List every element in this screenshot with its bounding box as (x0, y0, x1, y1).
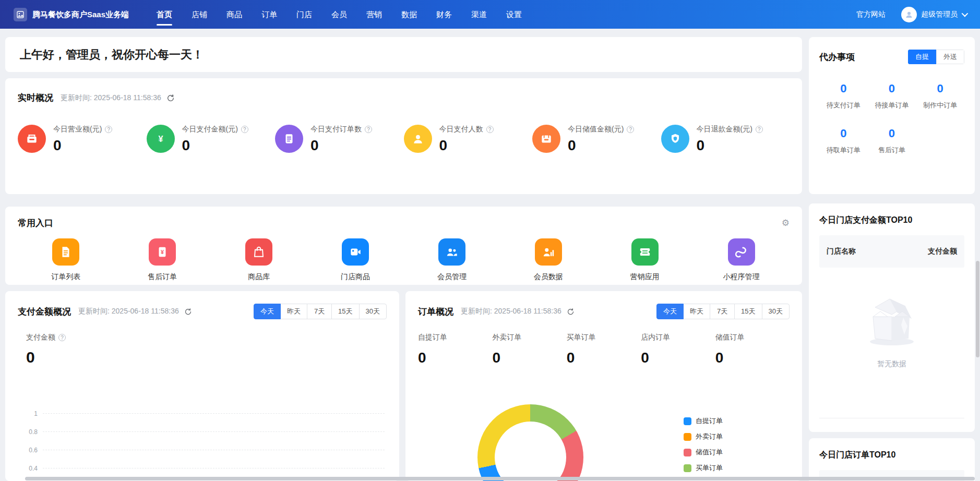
payment-title: 支付金额概况 (18, 306, 71, 318)
tab-7days[interactable]: 7天 (307, 304, 332, 319)
marketing-icon (631, 238, 659, 266)
entry-order-list[interactable]: 订单列表 (18, 238, 114, 282)
todo-panel: 代办事项 自提 外送 0 待支付订单 0 待接单订单 0 制作中订单 0 待取单… (809, 37, 975, 194)
refresh-icon[interactable] (567, 308, 575, 316)
toggle-delivery[interactable]: 外送 (936, 50, 964, 64)
payment-range-tabs: 今天 昨天 7天 15天 30天 (254, 304, 387, 319)
tab-30days[interactable]: 30天 (762, 304, 790, 319)
order-list-icon (52, 238, 79, 266)
refresh-icon[interactable] (184, 308, 192, 316)
realtime-overview-card: 实时概况 更新时间: 2025-06-18 11:58:36 今日营业额(元)?… (5, 78, 802, 194)
entry-shop-goods[interactable]: 门店商品 (307, 238, 404, 282)
top10-payment-card: 今日门店支付金额TOP10 门店名称 支付金额 暂无数据 (809, 203, 975, 432)
payment-update-time: 更新时间: 2025-06-18 11:58:36 (78, 307, 179, 316)
entry-goods-library[interactable]: 商品库 (211, 238, 307, 282)
help-icon[interactable]: ? (105, 126, 112, 133)
stat-value: 0 (568, 137, 634, 154)
todo-item-to-pickup: 0 待取单订单 (819, 127, 868, 155)
quick-entries-title: 常用入口 (18, 217, 53, 229)
y-tick: 0.4 (18, 465, 43, 472)
legend-item-stored[interactable]: 储值订单 (684, 448, 723, 457)
order-stat-pickup: 自提订单0 (418, 333, 492, 366)
nav-item-shops[interactable]: 门店 (296, 0, 312, 29)
nav-item-goods[interactable]: 商品 (226, 0, 242, 29)
y-tick: 1 (18, 410, 43, 417)
empty-text: 暂无数据 (877, 359, 906, 369)
app-logo (14, 8, 27, 21)
help-icon[interactable]: ? (486, 126, 494, 133)
entry-aftersale-orders[interactable]: ¥ 售后订单 (114, 238, 211, 282)
tab-15days[interactable]: 15天 (331, 304, 359, 319)
greeting-text: 上午好，管理员，祝你开心每一天！ (20, 47, 204, 63)
entry-member-manage[interactable]: 会员管理 (404, 238, 500, 282)
refresh-icon[interactable] (166, 94, 175, 102)
nav-item-finance[interactable]: 财务 (436, 0, 452, 29)
stat-today-revenue: 今日营业额(元)? 0 (18, 125, 147, 154)
legend-item-pickup[interactable]: 自提订单 (684, 416, 723, 426)
nav-item-home[interactable]: 首页 (157, 0, 172, 29)
payment-metric-label: 支付金额 (26, 333, 55, 342)
empty-state: 暂无数据 (819, 286, 964, 369)
entry-member-data[interactable]: 会员数据 (500, 238, 596, 282)
nav-item-members[interactable]: 会员 (331, 0, 347, 29)
tab-yesterday[interactable]: 昨天 (683, 304, 710, 319)
payment-line-chart: 1 0.8 0.6 0.4 0.2 (18, 404, 385, 481)
member-manage-icon (438, 238, 465, 266)
todo-count[interactable]: 0 (819, 127, 868, 140)
todo-count[interactable]: 0 (868, 127, 916, 140)
stat-value: 0 (182, 137, 248, 154)
help-icon[interactable]: ? (756, 126, 763, 133)
user-icon (904, 10, 914, 19)
legend-item-paybill[interactable]: 买单订单 (684, 463, 723, 473)
nav-item-orders[interactable]: 订单 (261, 0, 277, 29)
tab-15days[interactable]: 15天 (734, 304, 762, 319)
help-icon[interactable]: ? (627, 126, 634, 133)
help-icon[interactable]: ? (365, 126, 372, 133)
top10-table-header: 门店名称 支付金额 (819, 235, 964, 268)
todo-count[interactable]: 0 (868, 82, 916, 95)
legend-item-delivery[interactable]: 外卖订单 (684, 432, 723, 441)
entry-marketing-apps[interactable]: 营销应用 (596, 238, 693, 282)
stat-value: 0 (53, 137, 112, 154)
tab-7days[interactable]: 7天 (710, 304, 735, 319)
empty-box-icon (857, 286, 926, 348)
quick-entries-card: 常用入口 ⚙ 订单列表 ¥ 售后订单 商品库 门店商品 (5, 207, 802, 285)
shop-goods-icon (342, 238, 369, 266)
logo-image-icon (16, 10, 25, 19)
tab-yesterday[interactable]: 昨天 (280, 304, 307, 319)
divider (819, 418, 964, 418)
todo-item-aftersale: 0 售后订单 (868, 127, 916, 155)
nav-item-channels[interactable]: 渠道 (471, 0, 487, 29)
help-icon[interactable]: ? (58, 334, 66, 341)
toggle-pickup[interactable]: 自提 (908, 50, 936, 64)
todo-item-to-accept: 0 待接单订单 (868, 82, 916, 110)
nav-item-marketing[interactable]: 营销 (366, 0, 382, 29)
todo-count[interactable]: 0 (916, 82, 964, 95)
todo-mode-toggle: 自提 外送 (908, 50, 964, 64)
tab-today[interactable]: 今天 (656, 304, 684, 319)
nav-item-store[interactable]: 店铺 (192, 0, 207, 29)
gear-icon[interactable]: ⚙ (782, 218, 790, 229)
help-icon[interactable]: ? (241, 126, 248, 133)
legend-swatch (684, 449, 691, 456)
stat-today-paid-orders: 今日支付订单数? 0 (275, 125, 404, 154)
donut-hole (495, 422, 566, 481)
nav-item-data[interactable]: 数据 (401, 0, 417, 29)
official-website-link[interactable]: 官方网站 (856, 10, 886, 19)
legend-swatch (684, 464, 691, 472)
nav-item-settings[interactable]: 设置 (506, 0, 522, 29)
order-stat-stored: 储值订单0 (715, 333, 790, 366)
top-nav: 腾马餐饮多商户Saas业务端 首页 店铺 商品 订单 门店 会员 营销 数据 财… (0, 0, 980, 29)
payment-metric-value: 0 (26, 348, 387, 366)
entry-miniprogram-manage[interactable]: 小程序管理 (693, 238, 790, 282)
todo-count[interactable]: 0 (819, 82, 868, 95)
vertical-scrollbar[interactable] (976, 261, 979, 357)
horizontal-scrollbar[interactable] (25, 477, 975, 480)
app-title: 腾马餐饮多商户Saas业务端 (32, 9, 136, 19)
tab-today[interactable]: 今天 (254, 304, 281, 319)
tab-30days[interactable]: 30天 (359, 304, 387, 319)
user-menu[interactable]: 超级管理员 (901, 7, 966, 22)
col-shop-name: 门店名称 (827, 247, 856, 256)
order-stat-instore: 店内订单0 (641, 333, 715, 366)
order-update-time: 更新时间: 2025-06-18 11:58:36 (461, 307, 561, 316)
